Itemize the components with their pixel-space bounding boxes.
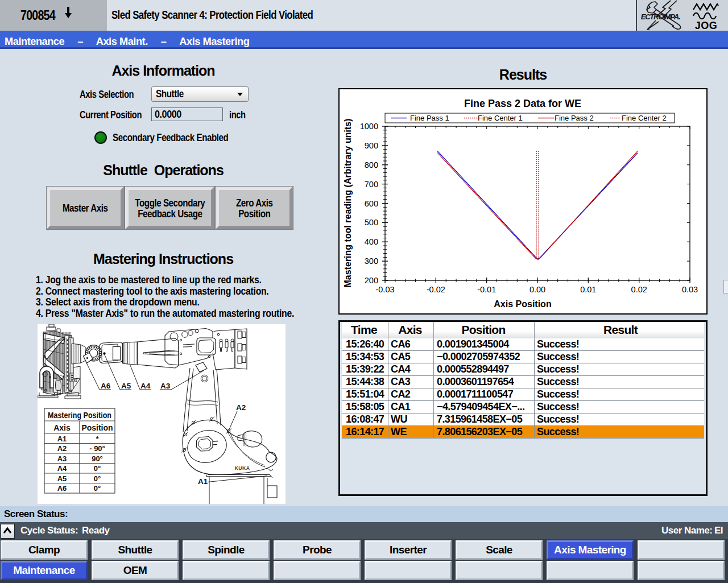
svg-text:KUKA: KUKA <box>235 465 250 471</box>
svg-text:Fine Pass 2 Data for WE: Fine Pass 2 Data for WE <box>464 98 581 109</box>
svg-text:-0.02: -0.02 <box>427 285 445 294</box>
svg-text:A3: A3 <box>160 382 171 390</box>
svg-text:JOG: JOG <box>695 20 718 31</box>
svg-text:200: 200 <box>365 276 378 285</box>
svg-text:0.03: 0.03 <box>682 285 698 294</box>
svg-text:Mastering tool reading (Arbitr: Mastering tool reading (Arbitrary units) <box>343 119 353 288</box>
svg-text:-0.01: -0.01 <box>477 285 496 294</box>
svg-text:Axis Position: Axis Position <box>494 299 551 309</box>
svg-text:A1: A1 <box>198 477 208 486</box>
svg-text:600: 600 <box>365 199 378 208</box>
svg-text:0°: 0° <box>94 474 101 483</box>
svg-text:800: 800 <box>365 160 378 169</box>
svg-text:1000: 1000 <box>360 122 378 131</box>
svg-text:0°: 0° <box>94 464 101 473</box>
svg-text:A2: A2 <box>57 444 67 453</box>
svg-text:A3: A3 <box>57 454 67 463</box>
svg-text:A4: A4 <box>140 382 151 390</box>
svg-text:Mastering Position: Mastering Position <box>48 411 111 420</box>
svg-text:A5: A5 <box>57 474 67 483</box>
svg-text:Fine Center 2: Fine Center 2 <box>622 114 667 122</box>
svg-text:A4: A4 <box>57 464 67 473</box>
svg-text:- 90°: - 90° <box>89 444 105 453</box>
svg-text:Position: Position <box>81 423 113 432</box>
svg-text:0.00: 0.00 <box>530 285 545 294</box>
svg-text:ECTROIMPA.: ECTROIMPA. <box>641 13 680 21</box>
svg-text:700: 700 <box>365 180 378 189</box>
svg-text:900: 900 <box>365 141 378 150</box>
svg-text:Fine Pass 2: Fine Pass 2 <box>555 114 594 122</box>
svg-text:400: 400 <box>365 237 378 246</box>
svg-text:A6: A6 <box>57 484 67 493</box>
svg-text:90°: 90° <box>92 454 103 463</box>
svg-text:A5: A5 <box>121 382 131 390</box>
svg-text:-0.03: -0.03 <box>375 285 394 294</box>
svg-text:A6: A6 <box>101 382 111 390</box>
svg-text:300: 300 <box>365 257 378 266</box>
svg-text:Fine Center 1: Fine Center 1 <box>478 114 523 122</box>
svg-text:Axis: Axis <box>53 423 71 432</box>
svg-text:A2: A2 <box>236 403 246 412</box>
svg-text:0°: 0° <box>94 484 101 493</box>
svg-text:A1: A1 <box>57 435 67 443</box>
svg-text:500: 500 <box>365 218 378 227</box>
svg-text:Fine Pass 1: Fine Pass 1 <box>410 114 449 122</box>
svg-text:0.01: 0.01 <box>580 285 596 294</box>
svg-text:0.02: 0.02 <box>631 285 647 294</box>
